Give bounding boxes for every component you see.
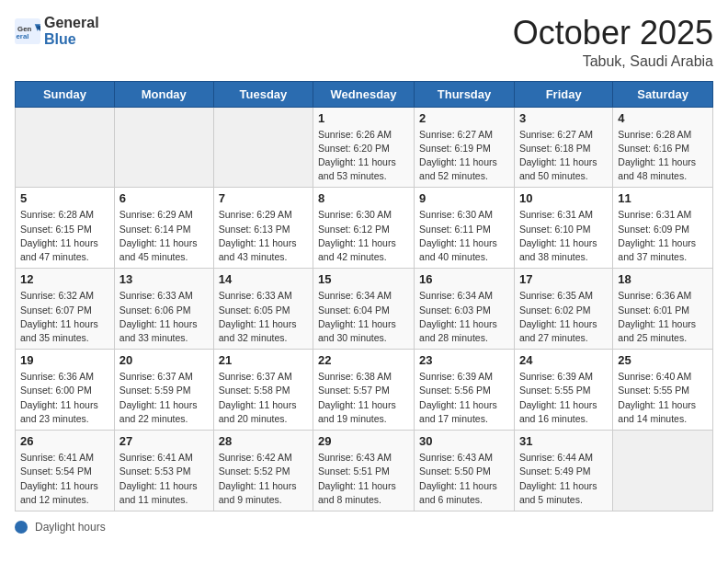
day-info: Sunrise: 6:27 AM Sunset: 6:18 PM Dayligh…: [519, 128, 608, 184]
day-number: 9: [419, 191, 509, 205]
month-title: October 2025: [513, 15, 713, 52]
day-number: 6: [119, 191, 209, 205]
day-header-friday: Friday: [514, 81, 612, 107]
day-info: Sunrise: 6:32 AM Sunset: 6:07 PM Dayligh…: [20, 289, 109, 345]
calendar-cell: 30Sunrise: 6:43 AM Sunset: 5:50 PM Dayli…: [415, 431, 515, 511]
day-info: Sunrise: 6:37 AM Sunset: 5:59 PM Dayligh…: [119, 370, 209, 426]
calendar-cell: 16Sunrise: 6:34 AM Sunset: 6:03 PM Dayli…: [415, 269, 515, 350]
day-number: 14: [219, 272, 308, 286]
day-info: Sunrise: 6:29 AM Sunset: 6:13 PM Dayligh…: [219, 208, 308, 264]
day-header-wednesday: Wednesday: [313, 81, 415, 107]
day-number: 30: [419, 434, 509, 448]
calendar-cell: 2Sunrise: 6:27 AM Sunset: 6:19 PM Daylig…: [415, 107, 515, 188]
day-info: Sunrise: 6:26 AM Sunset: 6:20 PM Dayligh…: [318, 128, 409, 184]
calendar-cell: 28Sunrise: 6:42 AM Sunset: 5:52 PM Dayli…: [213, 431, 313, 511]
calendar-cell: 21Sunrise: 6:37 AM Sunset: 5:58 PM Dayli…: [213, 350, 313, 431]
day-number: 27: [119, 434, 209, 448]
day-info: Sunrise: 6:44 AM Sunset: 5:49 PM Dayligh…: [519, 451, 608, 507]
day-number: 3: [519, 111, 608, 125]
day-number: 29: [318, 434, 409, 448]
day-info: Sunrise: 6:40 AM Sunset: 5:55 PM Dayligh…: [618, 370, 708, 426]
calendar-cell: 19Sunrise: 6:36 AM Sunset: 6:00 PM Dayli…: [16, 350, 115, 431]
day-info: Sunrise: 6:36 AM Sunset: 6:01 PM Dayligh…: [618, 289, 708, 345]
calendar-cell: [114, 107, 213, 188]
day-number: 17: [519, 272, 608, 286]
day-info: Sunrise: 6:42 AM Sunset: 5:52 PM Dayligh…: [219, 451, 308, 507]
day-number: 8: [318, 191, 409, 205]
calendar-cell: 27Sunrise: 6:41 AM Sunset: 5:53 PM Dayli…: [114, 431, 213, 511]
calendar-cell: 14Sunrise: 6:33 AM Sunset: 6:05 PM Dayli…: [213, 269, 313, 350]
day-info: Sunrise: 6:34 AM Sunset: 6:03 PM Dayligh…: [419, 289, 509, 345]
day-info: Sunrise: 6:36 AM Sunset: 6:00 PM Dayligh…: [20, 370, 109, 426]
day-info: Sunrise: 6:30 AM Sunset: 6:11 PM Dayligh…: [419, 208, 509, 264]
calendar-cell: [16, 107, 115, 188]
day-header-thursday: Thursday: [415, 81, 515, 107]
calendar-cell: 4Sunrise: 6:28 AM Sunset: 6:16 PM Daylig…: [613, 107, 713, 188]
calendar-cell: 22Sunrise: 6:38 AM Sunset: 5:57 PM Dayli…: [313, 350, 415, 431]
day-number: 16: [419, 272, 509, 286]
day-info: Sunrise: 6:38 AM Sunset: 5:57 PM Dayligh…: [318, 370, 409, 426]
day-header-sunday: Sunday: [16, 81, 115, 107]
daylight-dot: [15, 521, 28, 534]
day-info: Sunrise: 6:41 AM Sunset: 5:54 PM Dayligh…: [20, 451, 109, 507]
calendar-cell: 12Sunrise: 6:32 AM Sunset: 6:07 PM Dayli…: [16, 269, 115, 350]
calendar-cell: 11Sunrise: 6:31 AM Sunset: 6:09 PM Dayli…: [613, 188, 713, 269]
day-info: Sunrise: 6:27 AM Sunset: 6:19 PM Dayligh…: [419, 128, 509, 184]
calendar-cell: 17Sunrise: 6:35 AM Sunset: 6:02 PM Dayli…: [514, 269, 612, 350]
day-info: Sunrise: 6:31 AM Sunset: 6:10 PM Dayligh…: [519, 208, 608, 264]
calendar-cell: 18Sunrise: 6:36 AM Sunset: 6:01 PM Dayli…: [613, 269, 713, 350]
day-info: Sunrise: 6:43 AM Sunset: 5:50 PM Dayligh…: [419, 451, 509, 507]
day-info: Sunrise: 6:31 AM Sunset: 6:09 PM Dayligh…: [618, 208, 708, 264]
calendar-cell: 7Sunrise: 6:29 AM Sunset: 6:13 PM Daylig…: [213, 188, 313, 269]
day-info: Sunrise: 6:29 AM Sunset: 6:14 PM Dayligh…: [119, 208, 209, 264]
logo: Gen eral General Blue: [15, 15, 99, 47]
day-info: Sunrise: 6:34 AM Sunset: 6:04 PM Dayligh…: [318, 289, 409, 345]
day-number: 15: [318, 272, 409, 286]
day-number: 24: [519, 353, 608, 367]
day-number: 11: [618, 191, 708, 205]
calendar-cell: 25Sunrise: 6:40 AM Sunset: 5:55 PM Dayli…: [613, 350, 713, 431]
day-info: Sunrise: 6:37 AM Sunset: 5:58 PM Dayligh…: [219, 370, 308, 426]
calendar-table: SundayMondayTuesdayWednesdayThursdayFrid…: [15, 81, 713, 511]
calendar-cell: 15Sunrise: 6:34 AM Sunset: 6:04 PM Dayli…: [313, 269, 415, 350]
page-header: Gen eral General Blue October 2025 Tabuk…: [15, 15, 713, 70]
calendar-cell: 23Sunrise: 6:39 AM Sunset: 5:56 PM Dayli…: [415, 350, 515, 431]
calendar-header: SundayMondayTuesdayWednesdayThursdayFrid…: [16, 81, 713, 107]
day-number: 21: [219, 353, 308, 367]
day-header-monday: Monday: [114, 81, 213, 107]
day-number: 25: [618, 353, 708, 367]
calendar-cell: 29Sunrise: 6:43 AM Sunset: 5:51 PM Dayli…: [313, 431, 415, 511]
calendar-cell: 6Sunrise: 6:29 AM Sunset: 6:14 PM Daylig…: [114, 188, 213, 269]
day-number: 28: [219, 434, 308, 448]
day-info: Sunrise: 6:33 AM Sunset: 6:06 PM Dayligh…: [119, 289, 209, 345]
day-number: 7: [219, 191, 308, 205]
calendar-cell: 24Sunrise: 6:39 AM Sunset: 5:55 PM Dayli…: [514, 350, 612, 431]
calendar-cell: 10Sunrise: 6:31 AM Sunset: 6:10 PM Dayli…: [514, 188, 612, 269]
location: Tabuk, Saudi Arabia: [513, 53, 713, 70]
footer: Daylight hours: [15, 521, 713, 534]
calendar-cell: 26Sunrise: 6:41 AM Sunset: 5:54 PM Dayli…: [16, 431, 115, 511]
calendar-cell: 13Sunrise: 6:33 AM Sunset: 6:06 PM Dayli…: [114, 269, 213, 350]
day-info: Sunrise: 6:33 AM Sunset: 6:05 PM Dayligh…: [219, 289, 308, 345]
svg-text:eral: eral: [17, 31, 29, 40]
day-number: 26: [20, 434, 109, 448]
logo-blue-text: Blue: [44, 31, 76, 47]
logo-general-text: General: [44, 15, 99, 30]
title-block: October 2025 Tabuk, Saudi Arabia: [513, 15, 713, 70]
day-info: Sunrise: 6:41 AM Sunset: 5:53 PM Dayligh…: [119, 451, 209, 507]
day-number: 5: [20, 191, 109, 205]
day-number: 2: [419, 111, 509, 125]
day-number: 31: [519, 434, 608, 448]
calendar-cell: [613, 431, 713, 511]
daylight-label: Daylight hours: [35, 521, 106, 534]
calendar-cell: 20Sunrise: 6:37 AM Sunset: 5:59 PM Dayli…: [114, 350, 213, 431]
day-number: 12: [20, 272, 109, 286]
calendar-cell: 5Sunrise: 6:28 AM Sunset: 6:15 PM Daylig…: [16, 188, 115, 269]
day-info: Sunrise: 6:39 AM Sunset: 5:56 PM Dayligh…: [419, 370, 509, 426]
day-number: 22: [318, 353, 409, 367]
calendar-cell: 3Sunrise: 6:27 AM Sunset: 6:18 PM Daylig…: [514, 107, 612, 188]
day-info: Sunrise: 6:28 AM Sunset: 6:16 PM Dayligh…: [618, 128, 708, 184]
day-number: 20: [119, 353, 209, 367]
calendar-cell: [213, 107, 313, 188]
calendar-cell: 8Sunrise: 6:30 AM Sunset: 6:12 PM Daylig…: [313, 188, 415, 269]
